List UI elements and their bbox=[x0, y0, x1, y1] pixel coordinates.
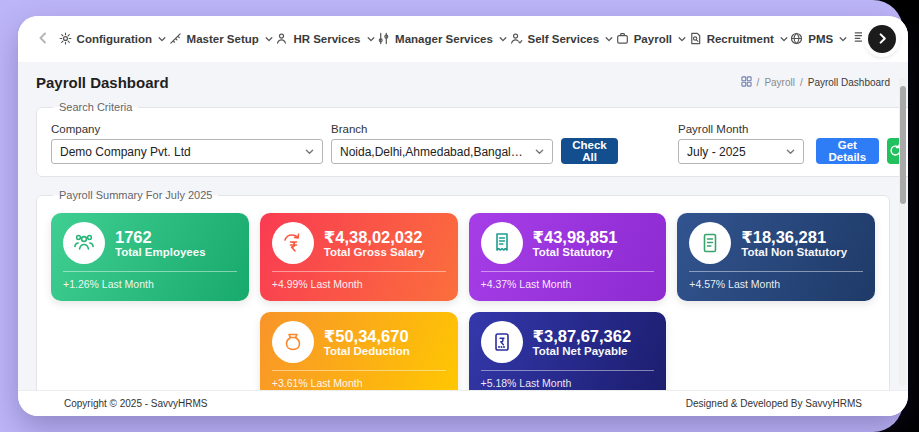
menu-item-master-setup[interactable]: Master Setup bbox=[169, 32, 273, 47]
gear-icon bbox=[59, 32, 72, 47]
truncated-menu-item[interactable] bbox=[852, 30, 862, 48]
chevron-down-icon bbox=[535, 145, 544, 159]
card-delta: +3.61% Last Month bbox=[272, 371, 446, 390]
card-total-gross-salary[interactable]: ₹4,38,02,032 Total Gross Salary +4.99% L… bbox=[260, 213, 458, 301]
branch-select[interactable]: Noida,Delhi,Ahmedabad,Bangalore,Chennai,… bbox=[331, 139, 553, 164]
menu-label: Payroll bbox=[634, 33, 672, 45]
main-menu: Configuration Master Setup HR Services bbox=[56, 32, 850, 47]
globe-icon bbox=[790, 32, 803, 47]
chevron-down-icon bbox=[265, 33, 273, 45]
menu-item-recruitment[interactable]: Recruitment bbox=[689, 32, 788, 47]
person-check-icon bbox=[510, 32, 523, 47]
card-value: ₹4,38,02,032 bbox=[324, 228, 425, 247]
card-texts: ₹4,38,02,032 Total Gross Salary bbox=[324, 228, 425, 259]
menu-item-pms[interactable]: PMS bbox=[790, 32, 847, 47]
money-bag-icon bbox=[272, 321, 314, 363]
menu-item-self-services[interactable]: Self Services bbox=[510, 32, 614, 47]
card-top: ₹43,98,851 Total Statutory bbox=[481, 222, 655, 264]
branch-label: Branch bbox=[331, 123, 553, 135]
payroll-summary-legend: Payroll Summary For July 2025 bbox=[53, 189, 218, 201]
top-navbar: Configuration Master Setup HR Services bbox=[18, 16, 908, 62]
menu-label: PMS bbox=[808, 33, 833, 45]
breadcrumb-item-payroll[interactable]: Payroll bbox=[764, 77, 795, 88]
company-field: Company Demo Company Pvt. Ltd bbox=[51, 123, 323, 164]
chevron-down-icon bbox=[786, 145, 795, 159]
page-title: Payroll Dashboard bbox=[36, 74, 169, 91]
content-area: Payroll Dashboard / Payroll / Payroll Da… bbox=[18, 62, 908, 390]
card-delta: +4.57% Last Month bbox=[689, 272, 863, 296]
card-delta: +5.18% Last Month bbox=[481, 371, 655, 390]
payroll-month-value: July - 2025 bbox=[687, 145, 746, 159]
card-label: Total Non Statutory bbox=[741, 246, 847, 258]
card-texts: ₹18,36,281 Total Non Statutory bbox=[741, 228, 847, 259]
menu-label: Recruitment bbox=[707, 33, 774, 45]
breadcrumb: / Payroll / Payroll Dashboard bbox=[741, 76, 890, 89]
menu-label: Configuration bbox=[77, 33, 152, 45]
card-texts: ₹50,34,670 Total Deduction bbox=[324, 327, 410, 358]
menu-item-configuration[interactable]: Configuration bbox=[59, 32, 166, 47]
card-label: Total Net Payable bbox=[533, 345, 632, 357]
app-window: Configuration Master Setup HR Services bbox=[18, 16, 908, 416]
company-label: Company bbox=[51, 123, 323, 135]
card-label: Total Employees bbox=[115, 246, 206, 258]
card-value: 1762 bbox=[115, 228, 206, 247]
chevron-down-icon bbox=[158, 33, 166, 45]
card-total-non-statutory[interactable]: ₹18,36,281 Total Non Statutory +4.57% La… bbox=[677, 213, 875, 301]
vertical-scrollbar[interactable] bbox=[899, 78, 906, 386]
chevron-down-icon bbox=[367, 33, 375, 45]
footer: Copyright © 2025 - SavvyHRMS Designed & … bbox=[18, 390, 908, 416]
card-label: Total Deduction bbox=[324, 345, 410, 357]
card-texts: ₹3,87,67,362 Total Net Payable bbox=[533, 327, 632, 358]
receipt-icon bbox=[481, 222, 523, 264]
card-total-deduction[interactable]: ₹50,34,670 Total Deduction +3.61% Last M… bbox=[260, 312, 458, 390]
card-total-statutory[interactable]: ₹43,98,851 Total Statutory +4.37% Last M… bbox=[469, 213, 667, 301]
chevron-down-icon bbox=[839, 33, 847, 45]
get-details-button[interactable]: Get Details bbox=[816, 138, 879, 164]
branch-select-value: Noida,Delhi,Ahmedabad,Bangalore,Chennai,… bbox=[340, 145, 529, 159]
menu-item-payroll[interactable]: Payroll bbox=[616, 32, 686, 47]
card-label: Total Gross Salary bbox=[324, 246, 425, 258]
card-value: ₹18,36,281 bbox=[741, 228, 847, 247]
breadcrumb-separator: / bbox=[800, 77, 803, 88]
chevron-left-icon bbox=[37, 32, 49, 47]
chevron-down-icon bbox=[499, 33, 507, 45]
page-header: Payroll Dashboard / Payroll / Payroll Da… bbox=[36, 74, 890, 91]
menu-item-hr-services[interactable]: HR Services bbox=[275, 32, 374, 47]
scrollbar-thumb[interactable] bbox=[900, 86, 906, 204]
person-icon bbox=[275, 32, 288, 47]
menu-label: HR Services bbox=[293, 33, 360, 45]
payroll-month-field: Payroll Month July - 2025 bbox=[678, 123, 804, 164]
search-criteria-legend: Search Criteria bbox=[53, 101, 138, 113]
card-top: ₹3,87,67,362 Total Net Payable bbox=[481, 321, 655, 363]
card-total-employees[interactable]: 1762 Total Employees +1.26% Last Month bbox=[51, 213, 249, 301]
nav-forward-button[interactable] bbox=[868, 25, 896, 53]
briefcase-icon bbox=[616, 32, 629, 47]
card-value: ₹50,34,670 bbox=[324, 327, 410, 346]
menu-item-manager-services[interactable]: Manager Services bbox=[377, 32, 507, 47]
chevron-right-icon bbox=[877, 32, 888, 47]
rupee-hand-icon bbox=[272, 222, 314, 264]
payroll-month-select[interactable]: July - 2025 bbox=[678, 139, 804, 164]
card-top: ₹4,38,02,032 Total Gross Salary bbox=[272, 222, 446, 264]
nav-back-button[interactable] bbox=[30, 26, 56, 52]
chevron-down-icon bbox=[678, 33, 686, 45]
company-select[interactable]: Demo Company Pvt. Ltd bbox=[51, 139, 323, 164]
document-search-icon bbox=[689, 32, 702, 47]
footer-copyright: Copyright © 2025 - SavvyHRMS bbox=[64, 398, 208, 409]
card-value: ₹3,87,67,362 bbox=[533, 327, 632, 346]
card-delta: +4.37% Last Month bbox=[481, 272, 655, 296]
card-delta: +1.26% Last Month bbox=[63, 272, 237, 296]
breadcrumb-item-current: Payroll Dashboard bbox=[808, 77, 890, 88]
tools-icon bbox=[169, 32, 182, 47]
branch-field: Branch Noida,Delhi,Ahmedabad,Bangalore,C… bbox=[331, 123, 553, 164]
sliders-icon bbox=[377, 32, 390, 47]
card-total-net-payable[interactable]: ₹3,87,67,362 Total Net Payable +5.18% La… bbox=[469, 312, 667, 390]
payroll-month-label: Payroll Month bbox=[678, 123, 804, 135]
card-texts: 1762 Total Employees bbox=[115, 228, 206, 259]
check-all-button[interactable]: Check All bbox=[561, 138, 618, 164]
card-top: ₹18,36,281 Total Non Statutory bbox=[689, 222, 863, 264]
breadcrumb-separator: / bbox=[757, 77, 760, 88]
card-label: Total Statutory bbox=[533, 246, 618, 258]
wallet-card-icon bbox=[481, 321, 523, 363]
dashboard-icon[interactable] bbox=[741, 76, 752, 89]
